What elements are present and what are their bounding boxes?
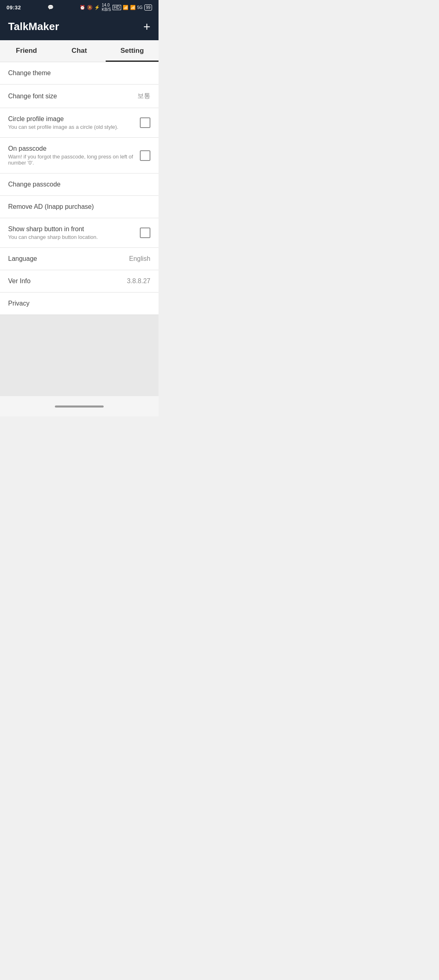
tabs-bar: Friend Chat Setting xyxy=(0,40,159,62)
app-header: TalkMaker + xyxy=(0,15,159,40)
status-icon-chat: 💬 xyxy=(48,4,54,10)
settings-list: Change themeChange font size보통Circle pro… xyxy=(0,62,159,315)
setting-left-change-theme: Change theme xyxy=(8,69,150,77)
setting-value-change-font-size: 보통 xyxy=(137,92,150,100)
setting-left-ver-info: Ver Info xyxy=(8,278,127,285)
add-button[interactable]: + xyxy=(143,21,150,33)
status-icons: ⏰ 🔕 ⚡ 14.0KB/S HD 📶 📶 5G 99 xyxy=(80,3,152,12)
battery-icon: 99 xyxy=(144,4,152,11)
signal-icon: 📶 xyxy=(130,5,136,10)
home-indicator xyxy=(55,405,104,408)
status-time: 09:32 xyxy=(7,4,21,11)
setting-item-remove-ad[interactable]: Remove AD (Inapp purchase) xyxy=(0,196,159,218)
mute-icon: 🔕 xyxy=(87,5,93,10)
setting-item-circle-profile-image[interactable]: Circle profile imageYou can set profile … xyxy=(0,108,159,138)
setting-title-ver-info: Ver Info xyxy=(8,278,30,284)
status-bar: 09:32 💬 ⏰ 🔕 ⚡ 14.0KB/S HD 📶 📶 5G 99 xyxy=(0,0,159,15)
setting-left-on-passcode: On passcodeWarn! if you forgot the passc… xyxy=(8,145,140,166)
alarm-icon: ⏰ xyxy=(80,5,85,10)
app-title: TalkMaker xyxy=(8,20,59,33)
setting-title-language: Language xyxy=(8,255,37,262)
setting-subtitle-on-passcode: Warn! if you forgot the passcode, long p… xyxy=(8,154,140,166)
setting-title-change-passcode: Change passcode xyxy=(8,181,61,188)
setting-checkbox-on-passcode[interactable] xyxy=(140,150,150,161)
setting-title-show-sharp-button: Show sharp button in front xyxy=(8,225,84,232)
setting-title-on-passcode: On passcode xyxy=(8,145,46,152)
setting-left-change-font-size: Change font size xyxy=(8,93,137,100)
setting-item-privacy[interactable]: Privacy xyxy=(0,293,159,315)
setting-checkbox-show-sharp-button[interactable] xyxy=(140,228,150,238)
bluetooth-icon: ⚡ xyxy=(94,5,100,10)
setting-left-privacy: Privacy xyxy=(8,300,150,307)
setting-item-language[interactable]: LanguageEnglish xyxy=(0,248,159,270)
setting-title-circle-profile-image: Circle profile image xyxy=(8,115,64,122)
setting-left-remove-ad: Remove AD (Inapp purchase) xyxy=(8,203,150,210)
setting-item-change-passcode[interactable]: Change passcode xyxy=(0,173,159,196)
setting-value-ver-info: 3.8.8.27 xyxy=(127,278,150,285)
tab-friend[interactable]: Friend xyxy=(0,40,53,62)
setting-checkbox-circle-profile-image[interactable] xyxy=(140,117,150,128)
setting-subtitle-show-sharp-button: You can change sharp button location. xyxy=(8,234,140,240)
data-speed: 14.0KB/S xyxy=(102,3,111,12)
footer-area xyxy=(0,315,159,396)
setting-item-ver-info[interactable]: Ver Info3.8.8.27 xyxy=(0,270,159,293)
setting-subtitle-circle-profile-image: You can set profile image as a circle (o… xyxy=(8,124,140,130)
setting-left-circle-profile-image: Circle profile imageYou can set profile … xyxy=(8,115,140,130)
setting-item-change-font-size[interactable]: Change font size보통 xyxy=(0,85,159,108)
setting-title-remove-ad: Remove AD (Inapp purchase) xyxy=(8,203,94,210)
setting-left-language: Language xyxy=(8,255,129,262)
wifi-icon: 📶 xyxy=(123,5,128,10)
setting-value-language: English xyxy=(129,255,150,262)
setting-item-change-theme[interactable]: Change theme xyxy=(0,62,159,85)
tab-setting[interactable]: Setting xyxy=(106,40,159,62)
hd-icon: HD xyxy=(113,5,121,10)
5g-icon: 5G xyxy=(137,5,143,10)
setting-title-privacy: Privacy xyxy=(8,300,29,307)
setting-item-on-passcode[interactable]: On passcodeWarn! if you forgot the passc… xyxy=(0,138,159,173)
setting-left-show-sharp-button: Show sharp button in frontYou can change… xyxy=(8,225,140,240)
setting-title-change-font-size: Change font size xyxy=(8,93,57,100)
home-indicator-bar xyxy=(0,396,159,416)
tab-chat[interactable]: Chat xyxy=(53,40,106,62)
setting-item-show-sharp-button[interactable]: Show sharp button in frontYou can change… xyxy=(0,218,159,248)
setting-title-change-theme: Change theme xyxy=(8,69,51,76)
setting-left-change-passcode: Change passcode xyxy=(8,181,150,188)
